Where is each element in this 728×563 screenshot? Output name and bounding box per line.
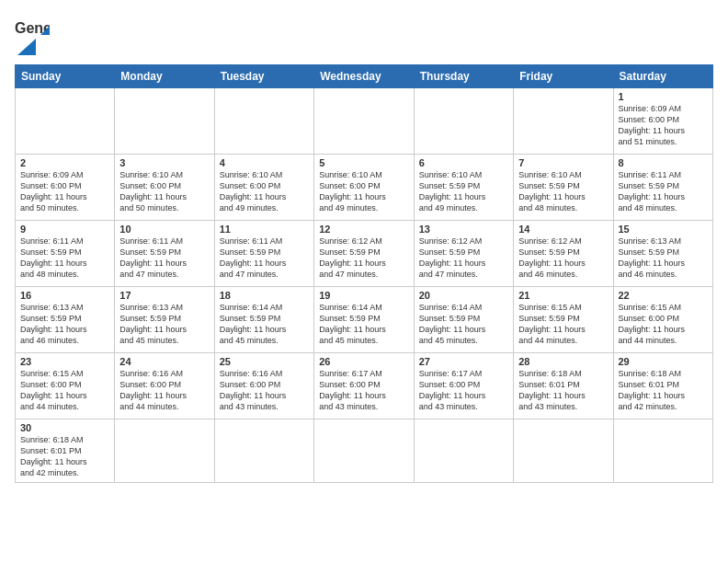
table-cell: 1Sunrise: 6:09 AM Sunset: 6:00 PM Daylig… xyxy=(613,88,713,155)
table-cell: 7Sunrise: 6:10 AM Sunset: 5:59 PM Daylig… xyxy=(514,155,613,221)
day-number: 2 xyxy=(20,157,109,168)
day-number: 13 xyxy=(419,224,508,235)
col-sunday: Sunday xyxy=(16,65,115,88)
day-info: Sunrise: 6:15 AM Sunset: 6:00 PM Dayligh… xyxy=(619,302,709,347)
table-cell: 6Sunrise: 6:10 AM Sunset: 5:59 PM Daylig… xyxy=(414,155,513,221)
day-info: Sunrise: 6:09 AM Sunset: 6:00 PM Dayligh… xyxy=(20,169,109,214)
day-number: 21 xyxy=(518,290,608,301)
table-cell: 21Sunrise: 6:15 AM Sunset: 5:59 PM Dayli… xyxy=(514,287,613,353)
table-cell: 24Sunrise: 6:16 AM Sunset: 6:00 PM Dayli… xyxy=(115,353,214,419)
logo: General xyxy=(15,15,50,55)
table-cell xyxy=(115,88,214,155)
day-info: Sunrise: 6:18 AM Sunset: 6:01 PM Dayligh… xyxy=(518,368,608,413)
table-cell xyxy=(414,88,513,155)
day-number: 14 xyxy=(518,224,608,235)
day-number: 23 xyxy=(20,356,109,367)
table-cell: 4Sunrise: 6:10 AM Sunset: 6:00 PM Daylig… xyxy=(214,155,313,221)
day-info: Sunrise: 6:10 AM Sunset: 5:59 PM Dayligh… xyxy=(518,169,608,214)
day-number: 17 xyxy=(119,290,209,301)
day-number: 24 xyxy=(119,356,209,367)
table-cell: 12Sunrise: 6:12 AM Sunset: 5:59 PM Dayli… xyxy=(314,221,415,287)
day-number: 1 xyxy=(619,91,709,102)
table-cell: 22Sunrise: 6:15 AM Sunset: 6:00 PM Dayli… xyxy=(613,287,713,353)
day-number: 3 xyxy=(119,157,209,168)
day-info: Sunrise: 6:10 AM Sunset: 6:00 PM Dayligh… xyxy=(319,169,409,214)
day-number: 22 xyxy=(619,290,709,301)
day-info: Sunrise: 6:10 AM Sunset: 6:00 PM Dayligh… xyxy=(119,169,209,214)
day-info: Sunrise: 6:17 AM Sunset: 6:00 PM Dayligh… xyxy=(319,368,409,413)
table-cell: 8Sunrise: 6:11 AM Sunset: 5:59 PM Daylig… xyxy=(613,155,713,221)
day-info: Sunrise: 6:11 AM Sunset: 5:59 PM Dayligh… xyxy=(619,169,709,214)
day-info: Sunrise: 6:14 AM Sunset: 5:59 PM Dayligh… xyxy=(220,302,309,347)
day-info: Sunrise: 6:10 AM Sunset: 6:00 PM Dayligh… xyxy=(220,169,309,214)
table-cell: 16Sunrise: 6:13 AM Sunset: 5:59 PM Dayli… xyxy=(16,287,115,353)
table-cell xyxy=(16,88,115,155)
table-cell: 19Sunrise: 6:14 AM Sunset: 5:59 PM Dayli… xyxy=(314,287,415,353)
day-number: 6 xyxy=(419,157,508,168)
col-friday: Friday xyxy=(514,65,613,88)
day-number: 5 xyxy=(319,157,409,168)
day-number: 11 xyxy=(220,224,309,235)
day-number: 9 xyxy=(20,224,109,235)
table-cell: 20Sunrise: 6:14 AM Sunset: 5:59 PM Dayli… xyxy=(414,287,513,353)
table-cell: 23Sunrise: 6:15 AM Sunset: 6:00 PM Dayli… xyxy=(16,353,115,419)
table-cell xyxy=(314,88,415,155)
logo-triangle xyxy=(17,39,36,55)
table-cell xyxy=(214,88,313,155)
svg-marker-2 xyxy=(17,39,36,55)
day-info: Sunrise: 6:16 AM Sunset: 6:00 PM Dayligh… xyxy=(220,368,309,413)
day-number: 25 xyxy=(220,356,309,367)
day-info: Sunrise: 6:11 AM Sunset: 5:59 PM Dayligh… xyxy=(20,236,109,281)
table-cell: 13Sunrise: 6:12 AM Sunset: 5:59 PM Dayli… xyxy=(414,221,513,287)
table-cell: 27Sunrise: 6:17 AM Sunset: 6:00 PM Dayli… xyxy=(414,353,513,419)
day-number: 18 xyxy=(220,290,309,301)
day-number: 30 xyxy=(20,422,109,433)
col-saturday: Saturday xyxy=(613,65,713,88)
day-number: 10 xyxy=(119,224,209,235)
table-cell: 29Sunrise: 6:18 AM Sunset: 6:01 PM Dayli… xyxy=(613,353,713,419)
col-thursday: Thursday xyxy=(414,65,513,88)
day-number: 27 xyxy=(419,356,508,367)
day-info: Sunrise: 6:10 AM Sunset: 5:59 PM Dayligh… xyxy=(419,169,508,214)
day-number: 19 xyxy=(319,290,409,301)
day-info: Sunrise: 6:14 AM Sunset: 5:59 PM Dayligh… xyxy=(419,302,508,347)
table-cell xyxy=(314,419,415,483)
table-cell: 30Sunrise: 6:18 AM Sunset: 6:01 PM Dayli… xyxy=(16,419,115,483)
day-info: Sunrise: 6:14 AM Sunset: 5:59 PM Dayligh… xyxy=(319,302,409,347)
table-cell xyxy=(115,419,214,483)
day-info: Sunrise: 6:18 AM Sunset: 6:01 PM Dayligh… xyxy=(619,368,709,413)
day-info: Sunrise: 6:12 AM Sunset: 5:59 PM Dayligh… xyxy=(518,236,608,281)
table-cell: 5Sunrise: 6:10 AM Sunset: 6:00 PM Daylig… xyxy=(314,155,415,221)
table-cell xyxy=(514,88,613,155)
day-info: Sunrise: 6:13 AM Sunset: 5:59 PM Dayligh… xyxy=(619,236,709,281)
day-info: Sunrise: 6:15 AM Sunset: 6:00 PM Dayligh… xyxy=(20,368,109,413)
table-cell: 26Sunrise: 6:17 AM Sunset: 6:00 PM Dayli… xyxy=(314,353,415,419)
table-cell: 28Sunrise: 6:18 AM Sunset: 6:01 PM Dayli… xyxy=(514,353,613,419)
day-number: 15 xyxy=(619,224,709,235)
table-cell xyxy=(514,419,613,483)
day-info: Sunrise: 6:11 AM Sunset: 5:59 PM Dayligh… xyxy=(220,236,309,281)
header: General xyxy=(15,15,713,55)
table-cell: 14Sunrise: 6:12 AM Sunset: 5:59 PM Dayli… xyxy=(514,221,613,287)
day-info: Sunrise: 6:13 AM Sunset: 5:59 PM Dayligh… xyxy=(20,302,109,347)
day-number: 7 xyxy=(518,157,608,168)
table-cell: 9Sunrise: 6:11 AM Sunset: 5:59 PM Daylig… xyxy=(16,221,115,287)
table-cell: 10Sunrise: 6:11 AM Sunset: 5:59 PM Dayli… xyxy=(115,221,214,287)
day-info: Sunrise: 6:09 AM Sunset: 6:00 PM Dayligh… xyxy=(619,103,709,148)
calendar-table: Sunday Monday Tuesday Wednesday Thursday… xyxy=(15,64,713,483)
table-cell xyxy=(613,419,713,483)
table-cell xyxy=(214,419,313,483)
day-number: 29 xyxy=(619,356,709,367)
table-cell xyxy=(414,419,513,483)
table-cell: 25Sunrise: 6:16 AM Sunset: 6:00 PM Dayli… xyxy=(214,353,313,419)
day-number: 20 xyxy=(419,290,508,301)
day-info: Sunrise: 6:11 AM Sunset: 5:59 PM Dayligh… xyxy=(119,236,209,281)
table-cell: 18Sunrise: 6:14 AM Sunset: 5:59 PM Dayli… xyxy=(214,287,313,353)
table-cell: 2Sunrise: 6:09 AM Sunset: 6:00 PM Daylig… xyxy=(16,155,115,221)
table-cell: 11Sunrise: 6:11 AM Sunset: 5:59 PM Dayli… xyxy=(214,221,313,287)
table-cell: 17Sunrise: 6:13 AM Sunset: 5:59 PM Dayli… xyxy=(115,287,214,353)
day-info: Sunrise: 6:17 AM Sunset: 6:00 PM Dayligh… xyxy=(419,368,508,413)
day-info: Sunrise: 6:16 AM Sunset: 6:00 PM Dayligh… xyxy=(119,368,209,413)
col-tuesday: Tuesday xyxy=(214,65,313,88)
day-number: 4 xyxy=(220,157,309,168)
